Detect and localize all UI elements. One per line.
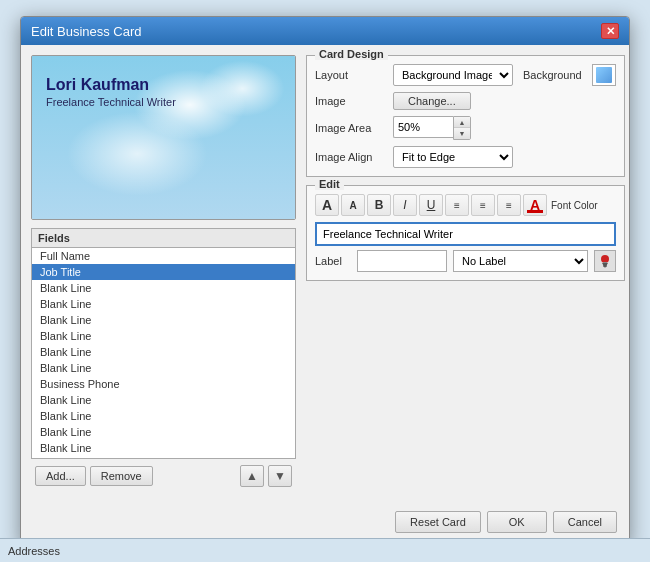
status-bar: Addresses: [0, 538, 650, 562]
field-item-blank10[interactable]: Blank Line: [32, 440, 295, 456]
edit-toolbar: A A B I U ≡ ≡ ≡ A Font: [315, 194, 616, 216]
edit-section: Edit A A B I U ≡ ≡ ≡: [306, 185, 625, 281]
field-item-jobtitle[interactable]: Job Title: [32, 264, 295, 280]
fields-label: Fields: [32, 229, 295, 248]
label-input-field[interactable]: [357, 250, 447, 272]
close-button[interactable]: ✕: [601, 23, 619, 39]
image-area-label: Image Area: [315, 122, 387, 134]
label-select[interactable]: No Label Custom: [453, 250, 588, 272]
font-size-large-icon: A: [322, 197, 332, 213]
fields-list[interactable]: Full Name Job Title Blank Line Blank Lin…: [32, 248, 295, 458]
image-area-input[interactable]: [393, 116, 453, 138]
fields-section: Fields Full Name Job Title Blank Line Bl…: [31, 228, 296, 459]
reset-card-button[interactable]: Reset Card: [395, 511, 481, 533]
card-preview-text: Lori Kaufman Freelance Technical Writer: [46, 76, 176, 108]
spinner-down-button[interactable]: ▼: [454, 128, 470, 139]
remove-field-button[interactable]: Remove: [90, 466, 153, 486]
background-icon: [596, 67, 612, 83]
font-size-small-icon: A: [349, 200, 356, 211]
font-size-small-button[interactable]: A: [341, 194, 365, 216]
bold-button[interactable]: B: [367, 194, 391, 216]
spinner-buttons: ▲ ▼: [453, 116, 471, 140]
spinner-up-button[interactable]: ▲: [454, 117, 470, 128]
field-item-blank9[interactable]: Blank Line: [32, 424, 295, 440]
field-item-blank11[interactable]: Blank Line: [32, 456, 295, 458]
image-area-row: Image Area ▲ ▼: [315, 116, 616, 140]
color-picker-button[interactable]: [594, 250, 616, 272]
move-up-button[interactable]: ▲: [240, 465, 264, 487]
layout-label: Layout: [315, 69, 387, 81]
up-arrow-icon: ▲: [246, 469, 258, 483]
card-name: Lori Kaufman: [46, 76, 176, 94]
align-right-button[interactable]: ≡: [497, 194, 521, 216]
image-label: Image: [315, 95, 387, 107]
font-color-a-icon: A: [530, 198, 540, 212]
dialog-title-bar: Edit Business Card ✕: [21, 17, 629, 45]
card-preview: Lori Kaufman Freelance Technical Writer: [31, 55, 296, 220]
label-field-label: Label: [315, 255, 351, 267]
move-down-button[interactable]: ▼: [268, 465, 292, 487]
background-label: Background: [523, 69, 582, 81]
image-area-spinner: ▲ ▼: [393, 116, 471, 140]
field-item-blank5[interactable]: Blank Line: [32, 344, 295, 360]
dialog: Edit Business Card ✕ Lori Kaufman Freela…: [20, 16, 630, 546]
svg-marker-2: [602, 263, 608, 268]
field-item-blank7[interactable]: Blank Line: [32, 392, 295, 408]
field-item-blank1[interactable]: Blank Line: [32, 280, 295, 296]
card-design-label: Card Design: [315, 48, 388, 60]
field-item-blank8[interactable]: Blank Line: [32, 408, 295, 424]
cancel-button[interactable]: Cancel: [553, 511, 617, 533]
align-left-button[interactable]: ≡: [445, 194, 469, 216]
field-item-blank3[interactable]: Blank Line: [32, 312, 295, 328]
status-bar-text: Addresses: [8, 545, 60, 557]
left-panel: Lori Kaufman Freelance Technical Writer …: [31, 55, 296, 493]
down-arrow-icon: ▼: [274, 469, 286, 483]
image-align-row: Image Align Fit to Edge Crop Stretch: [315, 146, 616, 168]
layout-row: Layout Background Image Left Right No Im…: [315, 64, 616, 86]
font-size-large-button[interactable]: A: [315, 194, 339, 216]
field-item-blank6[interactable]: Blank Line: [32, 360, 295, 376]
font-color-label: Font Color: [551, 200, 598, 211]
change-image-button[interactable]: Change...: [393, 92, 471, 110]
image-row: Image Change...: [315, 92, 616, 110]
card-design-section: Card Design Layout Background Image Left…: [306, 55, 625, 177]
dialog-body: Lori Kaufman Freelance Technical Writer …: [21, 45, 629, 503]
field-item-businessphone[interactable]: Business Phone: [32, 376, 295, 392]
modal-overlay: Edit Business Card ✕ Lori Kaufman Freela…: [0, 0, 650, 562]
font-color-button[interactable]: A: [523, 194, 547, 216]
card-job-title: Freelance Technical Writer: [46, 96, 176, 108]
right-panel: Card Design Layout Background Image Left…: [306, 55, 625, 493]
fields-buttons: Add... Remove ▲ ▼: [31, 459, 296, 493]
field-item-fullname[interactable]: Full Name: [32, 248, 295, 264]
field-item-blank4[interactable]: Blank Line: [32, 328, 295, 344]
color-picker-icon: [598, 254, 612, 268]
text-edit-input[interactable]: [315, 222, 616, 246]
spacer: [306, 289, 625, 349]
ok-button[interactable]: OK: [487, 511, 547, 533]
align-center-button[interactable]: ≡: [471, 194, 495, 216]
add-field-button[interactable]: Add...: [35, 466, 86, 486]
background-picker-button[interactable]: [592, 64, 616, 86]
svg-point-0: [601, 255, 609, 263]
image-align-label: Image Align: [315, 151, 387, 163]
italic-button[interactable]: I: [393, 194, 417, 216]
dialog-title: Edit Business Card: [31, 24, 142, 39]
edit-section-label: Edit: [315, 178, 344, 190]
layout-select[interactable]: Background Image Left Right No Image: [393, 64, 513, 86]
image-align-select[interactable]: Fit to Edge Crop Stretch: [393, 146, 513, 168]
text-input-area: [315, 222, 616, 246]
underline-button[interactable]: U: [419, 194, 443, 216]
label-row: Label No Label Custom: [315, 250, 616, 272]
field-item-blank2[interactable]: Blank Line: [32, 296, 295, 312]
